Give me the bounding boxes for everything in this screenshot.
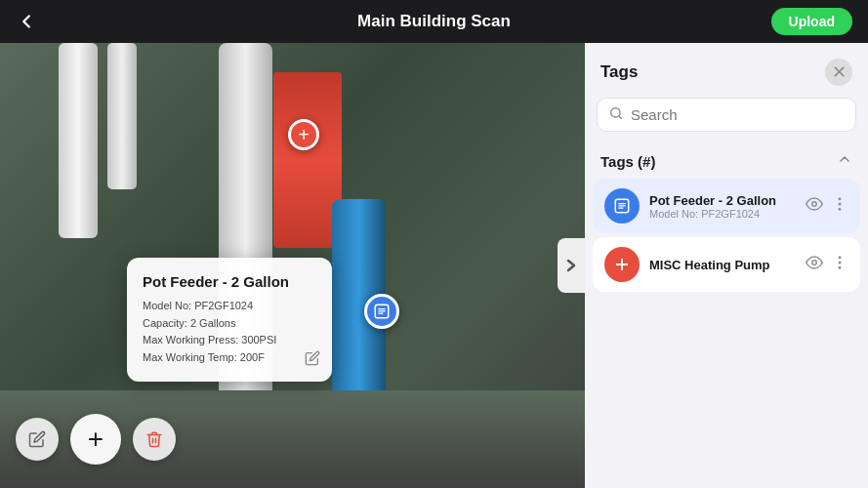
collapse-tags-button[interactable] bbox=[837, 151, 852, 171]
top-bar: Main Building Scan Upload bbox=[0, 0, 868, 43]
tag-icon-1 bbox=[604, 188, 640, 224]
tag-view-button-1[interactable] bbox=[806, 195, 823, 217]
info-card-body: Model No: PF2GF1024 Capacity: 2 Gallons … bbox=[143, 298, 316, 366]
search-icon bbox=[609, 106, 623, 123]
panel-title: Tags bbox=[600, 62, 638, 82]
svg-rect-8 bbox=[618, 205, 626, 206]
edit-toolbar-button[interactable] bbox=[16, 418, 59, 461]
svg-point-13 bbox=[839, 209, 841, 211]
svg-rect-7 bbox=[618, 203, 626, 204]
tag-view-button-2[interactable] bbox=[806, 254, 823, 275]
panel-close-button[interactable]: ✕ bbox=[825, 59, 852, 86]
main-area: Pot Feeder - 2 Gallon Model No: PF2GF102… bbox=[0, 43, 868, 488]
tag-item-2[interactable]: MISC Heating Pump bbox=[593, 237, 860, 292]
tag-name-1: Pot Feeder - 2 Gallon bbox=[649, 193, 796, 208]
tag-actions-2 bbox=[806, 254, 848, 275]
tag-icon-2 bbox=[604, 247, 640, 282]
svg-rect-9 bbox=[618, 208, 623, 209]
svg-point-18 bbox=[839, 262, 841, 264]
search-input[interactable] bbox=[631, 106, 844, 123]
svg-point-17 bbox=[839, 257, 841, 259]
upload-button[interactable]: Upload bbox=[771, 8, 852, 35]
tag-actions-1 bbox=[806, 195, 848, 217]
tag-model-1: Model No: PF2GF1024 bbox=[649, 208, 796, 220]
svg-point-11 bbox=[839, 198, 841, 200]
svg-point-12 bbox=[839, 203, 841, 205]
info-card-edit-button[interactable] bbox=[305, 350, 320, 370]
page-title: Main Building Scan bbox=[357, 12, 511, 31]
tags-section-header: Tags (#) bbox=[585, 143, 868, 179]
tag-info-1: Pot Feeder - 2 Gallon Model No: PF2GF102… bbox=[649, 193, 796, 220]
tag-item-1[interactable]: Pot Feeder - 2 Gallon Model No: PF2GF102… bbox=[593, 179, 860, 233]
svg-rect-1 bbox=[378, 308, 386, 309]
svg-point-10 bbox=[812, 202, 817, 207]
info-card: Pot Feeder - 2 Gallon Model No: PF2GF102… bbox=[127, 258, 332, 382]
info-card-title: Pot Feeder - 2 Gallon bbox=[143, 273, 316, 290]
scan-view: Pot Feeder - 2 Gallon Model No: PF2GF102… bbox=[0, 43, 585, 488]
tag-name-2: MISC Heating Pump bbox=[649, 258, 796, 272]
svg-point-19 bbox=[839, 267, 841, 269]
pipe-white-left2 bbox=[107, 43, 137, 189]
info-detail-3: Max Working Press: 300PSI bbox=[143, 332, 316, 349]
svg-rect-3 bbox=[378, 313, 383, 314]
svg-line-5 bbox=[619, 116, 622, 119]
tag-more-button-1[interactable] bbox=[831, 195, 848, 217]
info-detail-1: Model No: PF2GF1024 bbox=[143, 298, 316, 315]
tags-section-label: Tags (#) bbox=[600, 153, 655, 170]
delete-button[interactable] bbox=[133, 418, 176, 461]
pipe-white-left bbox=[59, 43, 98, 238]
tag-marker-blue[interactable] bbox=[364, 294, 399, 329]
info-detail-2: Capacity: 2 Gallons bbox=[143, 315, 316, 333]
right-panel: Tags ✕ Tags (#) bbox=[585, 43, 868, 488]
expand-panel-button[interactable] bbox=[558, 238, 585, 293]
bottom-toolbar: + bbox=[16, 414, 176, 465]
panel-header: Tags ✕ bbox=[585, 43, 868, 98]
back-button[interactable] bbox=[16, 11, 37, 32]
add-tag-button[interactable]: + bbox=[70, 414, 121, 465]
tag-info-2: MISC Heating Pump bbox=[649, 258, 796, 272]
info-detail-4: Max Working Temp: 200F bbox=[143, 349, 316, 367]
svg-point-16 bbox=[812, 261, 817, 265]
tag-more-button-2[interactable] bbox=[831, 254, 848, 275]
tag-marker-red[interactable]: + bbox=[288, 119, 319, 150]
search-box bbox=[597, 98, 856, 132]
svg-rect-2 bbox=[378, 310, 386, 311]
